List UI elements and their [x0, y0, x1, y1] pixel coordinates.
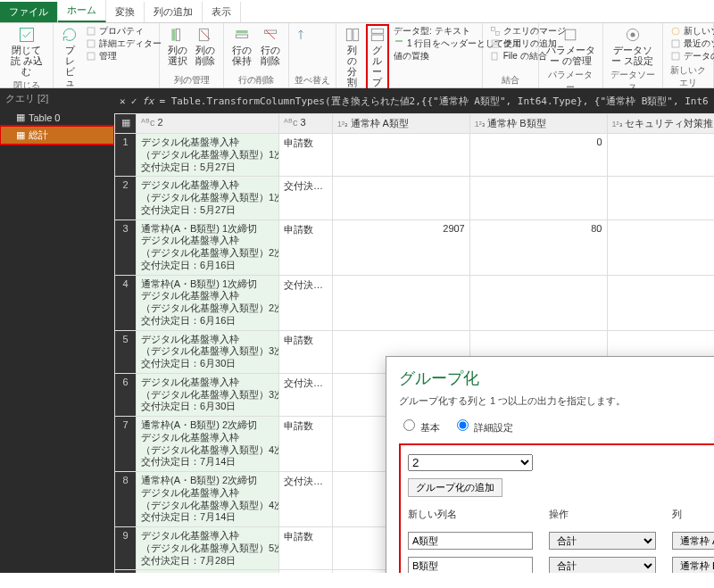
svg-rect-22	[566, 29, 577, 40]
label: Table 0	[29, 112, 60, 123]
label: データソー ス設定	[610, 45, 654, 66]
column-select[interactable]: 通常枠 B類型	[672, 557, 714, 573]
svg-rect-27	[672, 53, 679, 60]
new-source-button[interactable]: 新しいソース	[668, 25, 714, 37]
svg-rect-3	[87, 53, 95, 60]
dialog-title: グループ化	[399, 368, 714, 389]
dialog-subtitle: グループ化する列と 1 つ以上の出力を指定します。	[399, 394, 714, 408]
sort-asc-button[interactable]	[295, 25, 316, 45]
col-header-b[interactable]: 通常枠 B類型	[469, 114, 607, 134]
sidebar-header: クエリ [2]	[0, 88, 114, 109]
label: データの入力	[684, 50, 714, 62]
recent-sources-button[interactable]: 最近のソース	[668, 37, 714, 50]
tab-home[interactable]: ホーム	[58, 0, 106, 22]
label: 総計	[29, 128, 48, 142]
formula-bar[interactable]: ✕ ✓ fx = Table.TransformColumnTypes(置き換え…	[114, 88, 714, 113]
ribbon: 閉じて読 み込む 閉じる プレビュー の更新 プロパティ 詳細エディター 管理 …	[0, 23, 714, 88]
label: プロパティ	[99, 25, 144, 37]
operation-select[interactable]: 合計	[549, 557, 656, 573]
enter-data-button[interactable]: データの入力	[668, 50, 714, 62]
newname-input[interactable]	[408, 532, 533, 550]
label: 行の 保持	[231, 45, 253, 66]
svg-rect-17	[491, 28, 494, 31]
table-row[interactable]: 2デジタル化基盤導入枠（デジタル化基盤導入類型）1次交付決定日：5月27日交付決…	[115, 177, 715, 219]
group-label: 行の削除	[229, 72, 283, 87]
radio-advanced[interactable]: 詳細設定	[452, 417, 513, 435]
label: 値の置換	[394, 50, 429, 62]
label: 列の 分割	[344, 45, 361, 87]
label: 新しいソース	[684, 25, 714, 37]
add-group-button[interactable]: グループ化の追加	[408, 478, 502, 497]
newname-input[interactable]	[408, 557, 533, 573]
col-header-3[interactable]: ᴬᴮc 3	[279, 114, 333, 134]
menu-tabs: ファイル ホーム 変換 列の追加 表示	[0, 0, 714, 23]
table-row[interactable]: 4通常枠(A・B類型) 1次締切デジタル化基盤導入枠（デジタル化基盤導入類型）2…	[115, 275, 715, 330]
label: 列の 削除	[195, 45, 217, 66]
header-op: 操作	[549, 508, 656, 521]
operation-select[interactable]: 合計	[549, 532, 656, 550]
delete-columns-button[interactable]: 列の 削除	[194, 25, 219, 67]
properties-button[interactable]: プロパティ	[84, 25, 163, 37]
svg-rect-14	[371, 29, 383, 33]
svg-rect-13	[353, 29, 359, 40]
label: データ型: テキスト	[394, 25, 470, 37]
label: 行の 削除	[260, 45, 281, 66]
data-grid-wrapper: ▦ ᴬᴮc 2 ᴬᴮc 3 通常枠 A類型 通常枠 B類型 セキュリティ対策推 …	[114, 113, 714, 573]
svg-rect-12	[346, 29, 352, 40]
group-column-select[interactable]: 2	[408, 454, 533, 471]
svg-rect-4	[171, 29, 175, 40]
fx-icon[interactable]: fx	[142, 95, 154, 107]
tab-file[interactable]: ファイル	[0, 2, 58, 22]
split-column-button[interactable]: 列の 分割	[342, 25, 363, 88]
svg-rect-1	[87, 28, 95, 35]
datasource-settings-button[interactable]: データソー ス設定	[609, 25, 656, 67]
label: 詳細エディター	[99, 37, 162, 50]
svg-rect-8	[237, 30, 248, 33]
svg-rect-0	[20, 29, 33, 42]
col-header-2[interactable]: ᴬᴮc 2	[137, 114, 279, 134]
sidebar-item-total[interactable]: ▦ 総計	[0, 126, 114, 145]
group-label: 結合	[488, 72, 533, 87]
row-header[interactable]: ▦	[115, 114, 137, 134]
radio-basic[interactable]: 基本	[399, 417, 440, 435]
keep-rows-button[interactable]: 行の 保持	[229, 25, 254, 67]
delete-rows-button[interactable]: 行の 削除	[258, 25, 283, 67]
svg-rect-5	[176, 29, 179, 40]
query-sidebar: クエリ [2] ▦ Table 0 ▦ 総計	[0, 88, 114, 573]
group-label: 並べ替え	[295, 72, 330, 87]
table-row[interactable]: 3通常枠(A・B類型) 1次締切デジタル化基盤導入枠（デジタル化基盤導入類型）2…	[115, 219, 715, 275]
svg-rect-2	[87, 40, 95, 47]
header-newname: 新しい列名	[408, 508, 533, 521]
svg-rect-18	[495, 32, 499, 36]
label: 列の 選択	[167, 45, 188, 66]
group-panel: 2 グループ化の追加 新しい列名 操作 列 合計通常枠 A類型合計通常枠 B類型…	[399, 443, 714, 573]
check-icon[interactable]: ✓	[131, 95, 137, 107]
svg-rect-16	[395, 40, 403, 42]
table-row[interactable]: 1デジタル化基盤導入枠（デジタル化基盤導入類型）1次交付決定日：5月27日申請数…	[115, 134, 715, 177]
tab-view[interactable]: 表示	[203, 2, 241, 22]
sidebar-item-table0[interactable]: ▦ Table 0	[0, 109, 114, 126]
label: 閉じて読 み込む	[7, 45, 46, 77]
header-col: 列	[672, 508, 714, 521]
tab-convert[interactable]: 変換	[106, 2, 145, 22]
label: 最近のソース	[684, 37, 714, 50]
manage-parameters-button[interactable]: パラメーター の管理	[544, 25, 598, 67]
advanced-editor-button[interactable]: 詳細エディター	[84, 37, 163, 50]
svg-point-24	[630, 33, 635, 37]
group-by-dialog: ✕ グループ化 グループ化する列と 1 つ以上の出力を指定します。 基本 詳細設…	[386, 356, 714, 573]
close-icon[interactable]: ✕	[120, 95, 126, 107]
svg-rect-20	[492, 45, 499, 47]
svg-rect-19	[492, 40, 499, 43]
select-columns-button[interactable]: 列の 選択	[165, 25, 190, 67]
svg-rect-15	[371, 35, 383, 41]
tab-addcolumn[interactable]: 列の追加	[145, 2, 203, 22]
manage-button[interactable]: 管理	[84, 50, 163, 62]
table-icon: ▦	[16, 112, 25, 123]
svg-line-11	[266, 30, 275, 39]
column-select[interactable]: 通常枠 A類型	[672, 532, 714, 550]
col-header-s[interactable]: セキュリティ対策推	[607, 114, 714, 134]
formula-text[interactable]: = Table.TransformColumnTypes(置き換えられた値2,{…	[160, 95, 710, 108]
svg-rect-9	[237, 35, 248, 37]
col-header-a[interactable]: 通常枠 A類型	[333, 114, 470, 134]
close-load-button[interactable]: 閉じて読 み込む	[5, 25, 47, 78]
